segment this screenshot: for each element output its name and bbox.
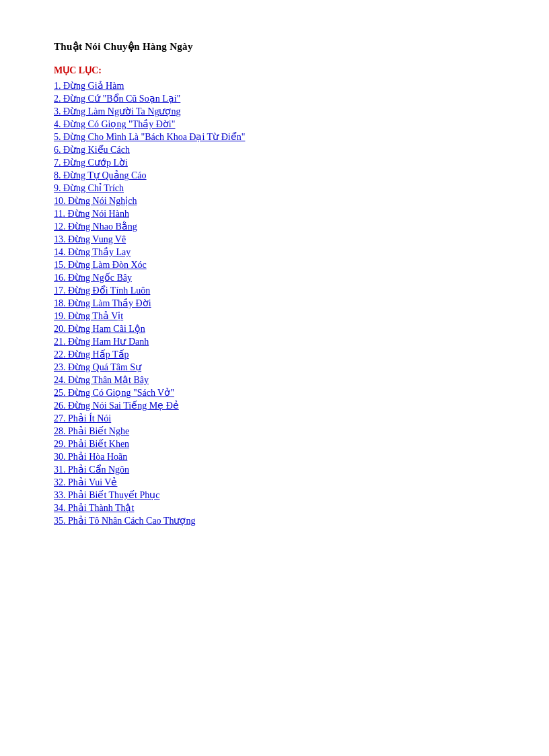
list-item: 1. Đừng Giả Hàm	[54, 80, 495, 92]
toc-link-6[interactable]: 6. Đừng Kiểu Cách	[54, 145, 130, 155]
toc-link-7[interactable]: 7. Đừng Cướp Lời	[54, 158, 128, 168]
toc-link-35[interactable]: 35. Phải Tô Nhân Cách Cao Thượng	[54, 516, 195, 526]
list-item: 4. Đừng Có Giọng "Thầy Đời"	[54, 118, 495, 130]
toc-link-11[interactable]: 11. Đừng Nói Hành	[54, 209, 129, 219]
page-title: Thuật Nói Chuyện Hàng Ngày	[54, 40, 495, 53]
toc-link-34[interactable]: 34. Phải Thành Thật	[54, 503, 134, 513]
list-item: 9. Đừng Chỉ Trích	[54, 182, 495, 194]
list-item: 35. Phải Tô Nhân Cách Cao Thượng	[54, 515, 495, 526]
toc-link-2[interactable]: 2. Đừng Cứ "Bổn Cũ Soạn Lại"	[54, 94, 180, 104]
toc-link-14[interactable]: 14. Đừng Thầy Lay	[54, 247, 131, 257]
list-item: 6. Đừng Kiểu Cách	[54, 144, 495, 156]
list-item: 34. Phải Thành Thật	[54, 502, 495, 514]
toc-link-31[interactable]: 31. Phải Cẩn Ngôn	[54, 465, 129, 475]
toc-link-29[interactable]: 29. Phải Biết Khen	[54, 439, 129, 449]
toc-link-32[interactable]: 32. Phải Vui Vẻ	[54, 477, 117, 487]
toc-link-12[interactable]: 12. Đừng Nhao Bằng	[54, 221, 137, 232]
toc-link-18[interactable]: 18. Đừng Làm Thầy Đời	[54, 298, 151, 308]
toc-link-10[interactable]: 10. Đừng Nói Nghịch	[54, 196, 137, 206]
toc-link-3[interactable]: 3. Đừng Làm Người Ta Ngượng	[54, 106, 180, 116]
list-item: 14. Đừng Thầy Lay	[54, 246, 495, 258]
toc-link-26[interactable]: 26. Đừng Nói Sai Tiếng Mẹ Đẻ	[54, 401, 179, 411]
toc-link-4[interactable]: 4. Đừng Có Giọng "Thầy Đời"	[54, 119, 175, 129]
toc-link-28[interactable]: 28. Phải Biết Nghe	[54, 426, 129, 436]
list-item: 28. Phải Biết Nghe	[54, 425, 495, 437]
list-item: 31. Phải Cẩn Ngôn	[54, 464, 495, 475]
list-item: 29. Phải Biết Khen	[54, 438, 495, 450]
list-item: 5. Đừng Cho Mình Là "Bách Khoa Đại Từ Đi…	[54, 131, 495, 143]
list-item: 32. Phải Vui Vẻ	[54, 477, 495, 488]
toc-link-20[interactable]: 20. Đừng Ham Cãi Lộn	[54, 324, 145, 334]
list-item: 10. Đừng Nói Nghịch	[54, 195, 495, 207]
toc-link-16[interactable]: 16. Đừng Ngốc Bây	[54, 273, 132, 283]
list-item: 7. Đừng Cướp Lời	[54, 157, 495, 168]
list-item: 30. Phải Hòa Hoãn	[54, 451, 495, 462]
list-item: 33. Phải Biết Thuyết Phục	[54, 489, 495, 501]
toc-link-33[interactable]: 33. Phải Biết Thuyết Phục	[54, 490, 159, 500]
list-item: 17. Đừng Đổi Tính Luôn	[54, 285, 495, 296]
toc-link-13[interactable]: 13. Đừng Vung Vê	[54, 234, 126, 244]
toc-link-1[interactable]: 1. Đừng Giả Hàm	[54, 81, 124, 91]
list-item: 23. Đừng Quá Tâm Sự	[54, 362, 495, 373]
list-item: 22. Đừng Hấp Tấp	[54, 349, 495, 360]
toc-link-30[interactable]: 30. Phải Hòa Hoãn	[54, 452, 127, 462]
list-item: 27. Phải Ít Nói	[54, 413, 495, 424]
list-item: 25. Đừng Có Giọng "Sách Vở"	[54, 387, 495, 399]
list-item: 16. Đừng Ngốc Bây	[54, 272, 495, 283]
list-item: 13. Đừng Vung Vê	[54, 234, 495, 245]
list-item: 8. Đừng Tự Quảng Cáo	[54, 170, 495, 181]
toc-list: 1. Đừng Giả Hàm2. Đừng Cứ "Bổn Cũ Soạn L…	[54, 80, 495, 526]
toc-link-21[interactable]: 21. Đừng Ham Hư Danh	[54, 337, 149, 347]
list-item: 3. Đừng Làm Người Ta Ngượng	[54, 106, 495, 117]
toc-link-9[interactable]: 9. Đừng Chỉ Trích	[54, 183, 124, 193]
list-item: 20. Đừng Ham Cãi Lộn	[54, 323, 495, 335]
toc-link-24[interactable]: 24. Đừng Thân Mật Bây	[54, 375, 149, 385]
toc-label: MỤC LỤC:	[54, 65, 495, 76]
list-item: 12. Đừng Nhao Bằng	[54, 221, 495, 232]
list-item: 18. Đừng Làm Thầy Đời	[54, 298, 495, 309]
toc-link-8[interactable]: 8. Đừng Tự Quảng Cáo	[54, 170, 147, 180]
toc-link-23[interactable]: 23. Đừng Quá Tâm Sự	[54, 362, 141, 372]
toc-link-27[interactable]: 27. Phải Ít Nói	[54, 413, 111, 423]
list-item: 11. Đừng Nói Hành	[54, 208, 495, 219]
list-item: 21. Đừng Ham Hư Danh	[54, 336, 495, 347]
list-item: 19. Đừng Thả Vịt	[54, 310, 495, 322]
toc-link-25[interactable]: 25. Đừng Có Giọng "Sách Vở"	[54, 388, 174, 398]
list-item: 15. Đừng Làm Đòn Xóc	[54, 259, 495, 271]
toc-link-5[interactable]: 5. Đừng Cho Mình Là "Bách Khoa Đại Từ Đi…	[54, 132, 245, 142]
list-item: 2. Đừng Cứ "Bổn Cũ Soạn Lại"	[54, 93, 495, 104]
list-item: 26. Đừng Nói Sai Tiếng Mẹ Đẻ	[54, 400, 495, 411]
toc-link-15[interactable]: 15. Đừng Làm Đòn Xóc	[54, 260, 147, 270]
toc-link-22[interactable]: 22. Đừng Hấp Tấp	[54, 349, 129, 359]
toc-link-19[interactable]: 19. Đừng Thả Vịt	[54, 311, 123, 321]
list-item: 24. Đừng Thân Mật Bây	[54, 374, 495, 386]
toc-link-17[interactable]: 17. Đừng Đổi Tính Luôn	[54, 285, 150, 296]
